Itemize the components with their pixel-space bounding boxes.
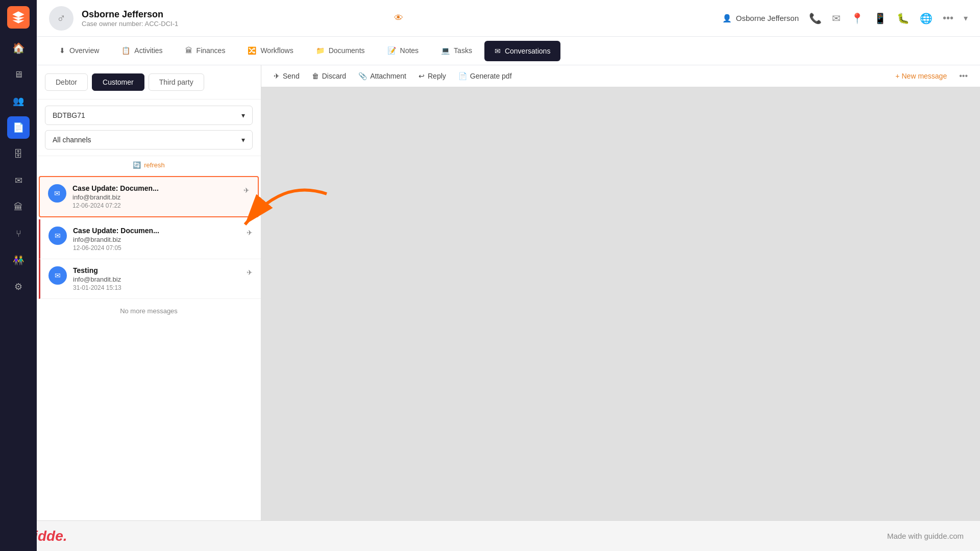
location-icon[interactable]: 📍 [851, 12, 864, 24]
channel-dropdown[interactable]: All channels ▾ [45, 130, 253, 149]
top-header: ♂ Osborne Jefferson Case owner number: A… [37, 0, 980, 37]
discard-button[interactable]: 🗑 Discard [312, 72, 346, 80]
logo-icon [11, 10, 26, 24]
bug-icon[interactable]: 🐛 [897, 12, 910, 24]
tab-finances[interactable]: 🏛 Finances [175, 40, 236, 62]
header-user: 👤 Osborne Jefferson [722, 14, 799, 23]
sidebar-item-users[interactable]: 👥 [7, 90, 30, 112]
left-panel: Debtor Customer Third party BDTBG71 ▾ Al… [37, 65, 261, 551]
sidebar: 🏠 🖥 👥 📄 🗄 ✉ 🏛 ⑂ 👫 ⚙ [0, 0, 37, 551]
message-item[interactable]: ✉ Testing info@brandit.biz 31-01-2024 15… [39, 259, 261, 299]
send-icon: ✈ [243, 186, 250, 194]
plus-icon: + [895, 72, 899, 80]
attachment-icon: 📎 [358, 72, 367, 80]
case-info: Osborne Jefferson Case owner number: ACC… [82, 9, 384, 28]
toolbar: ✈ Send 🗑 Discard 📎 Attachment ↩ Reply [261, 65, 980, 87]
new-message-button[interactable]: + New message [895, 72, 947, 80]
phone-icon[interactable]: 📞 [809, 12, 822, 24]
sub-tab-customer[interactable]: Customer [92, 73, 144, 91]
sidebar-item-database[interactable]: 🗄 [7, 143, 30, 165]
message-subject: Case Update: Documen... [72, 184, 237, 192]
attachment-button[interactable]: 📎 Attachment [358, 72, 406, 80]
case-avatar: ♂ [49, 6, 74, 31]
message-subject: Case Update: Documen... [73, 227, 240, 235]
more-options-icon[interactable]: ••• [943, 12, 953, 24]
sidebar-item-documents[interactable]: 📄 [7, 116, 30, 139]
message-item[interactable]: ✉ Case Update: Documen... info@brandit.b… [39, 176, 259, 217]
conversations-icon: ✉ [495, 47, 501, 55]
message-list: ✉ Case Update: Documen... info@brandit.b… [37, 174, 261, 551]
chevron-down-icon[interactable]: ▾ [964, 13, 968, 23]
discard-icon: 🗑 [312, 72, 319, 80]
email-icon[interactable]: ✉ [832, 12, 841, 24]
tab-documents[interactable]: 📁 Documents [306, 40, 375, 62]
sub-tab-debtor[interactable]: Debtor [45, 73, 88, 91]
tab-tasks[interactable]: 💻 Tasks [431, 40, 482, 62]
sidebar-item-home[interactable]: 🏠 [7, 37, 30, 59]
sidebar-item-cases[interactable]: 🖥 [7, 63, 30, 86]
refresh-button[interactable]: 🔄 refresh [37, 156, 261, 174]
send-icon: ✈ [247, 268, 253, 277]
tab-activities[interactable]: 📋 Activities [111, 40, 173, 62]
globe-icon[interactable]: 🌐 [920, 12, 933, 24]
sidebar-item-bank[interactable]: 🏛 [7, 196, 30, 218]
send-toolbar-icon: ✈ [274, 72, 280, 80]
message-content: Case Update: Documen... info@brandit.biz… [73, 227, 240, 252]
tab-overview[interactable]: ⬇ Overview [49, 40, 109, 62]
user-avatar-icon: 👤 [722, 14, 732, 23]
right-panel: ✈ Send 🗑 Discard 📎 Attachment ↩ Reply [261, 65, 980, 551]
tab-navigation: ⬇ Overview 📋 Activities 🏛 Finances 🔀 Wor… [37, 37, 980, 65]
documents-icon: 📁 [316, 46, 325, 55]
header-actions: 👤 Osborne Jefferson 📞 ✉ 📍 📱 🐛 🌐 ••• ▾ [722, 12, 968, 24]
generate-pdf-button[interactable]: 📄 Generate pdf [458, 72, 512, 80]
footer-tagline: Made with guidde.com [887, 532, 964, 540]
no-more-messages: No more messages [37, 299, 261, 323]
message-avatar: ✉ [48, 266, 67, 285]
refresh-icon: 🔄 [133, 161, 141, 169]
message-avatar: ✉ [48, 184, 66, 203]
pdf-icon: 📄 [458, 72, 467, 80]
message-item[interactable]: ✉ Case Update: Documen... info@brandit.b… [39, 219, 261, 259]
account-dropdown[interactable]: BDTBG71 ▾ [45, 106, 253, 125]
finances-icon: 🏛 [185, 46, 192, 55]
account-chevron-icon: ▾ [241, 111, 245, 119]
reply-button[interactable]: ↩ Reply [419, 72, 446, 80]
message-date: 12-06-2024 07:22 [72, 202, 237, 209]
message-from: info@brandit.biz [73, 236, 240, 243]
message-from: info@brandit.biz [72, 193, 237, 201]
sidebar-item-settings[interactable]: ⚙ [7, 276, 30, 298]
account-value: BDTBG71 [53, 111, 85, 119]
toolbar-more-icon[interactable]: ••• [959, 71, 968, 81]
message-date: 12-06-2024 07:05 [73, 244, 240, 252]
message-from: info@brandit.biz [73, 276, 240, 283]
activities-icon: 📋 [121, 46, 130, 55]
phone-mobile-icon[interactable]: 📱 [874, 12, 887, 24]
tab-notes[interactable]: 📝 Notes [377, 40, 429, 62]
message-content: Testing info@brandit.biz 31-01-2024 15:1… [73, 266, 240, 291]
sidebar-item-team[interactable]: 👫 [7, 249, 30, 271]
tab-conversations[interactable]: ✉ Conversations [484, 41, 561, 61]
overview-icon: ⬇ [59, 46, 65, 55]
sidebar-item-git[interactable]: ⑂ [7, 222, 30, 245]
eye-icon[interactable]: 👁 [394, 13, 403, 23]
notes-icon: 📝 [387, 46, 396, 55]
sub-tab-third-party[interactable]: Third party [149, 73, 204, 91]
workflows-icon: 🔀 [248, 46, 256, 55]
right-content-area [261, 87, 980, 551]
message-avatar: ✉ [48, 227, 67, 245]
channel-chevron-icon: ▾ [241, 136, 245, 144]
message-content: Case Update: Documen... info@brandit.biz… [72, 184, 237, 209]
selectors: BDTBG71 ▾ All channels ▾ [37, 99, 261, 156]
footer: guidde. Made with guidde.com [0, 520, 980, 551]
send-button[interactable]: ✈ Send [274, 72, 300, 80]
case-number: Case owner number: ACC-DCI-1 [82, 20, 384, 28]
reply-icon: ↩ [419, 72, 425, 80]
app-logo[interactable] [7, 6, 30, 29]
message-date: 31-01-2024 15:13 [73, 284, 240, 291]
sidebar-item-mail[interactable]: ✉ [7, 169, 30, 192]
tab-workflows[interactable]: 🔀 Workflows [237, 40, 303, 62]
case-name: Osborne Jefferson [82, 9, 384, 20]
content-area: Debtor Customer Third party BDTBG71 ▾ Al… [37, 65, 980, 551]
channel-value: All channels [53, 136, 91, 144]
tasks-icon: 💻 [441, 46, 450, 55]
